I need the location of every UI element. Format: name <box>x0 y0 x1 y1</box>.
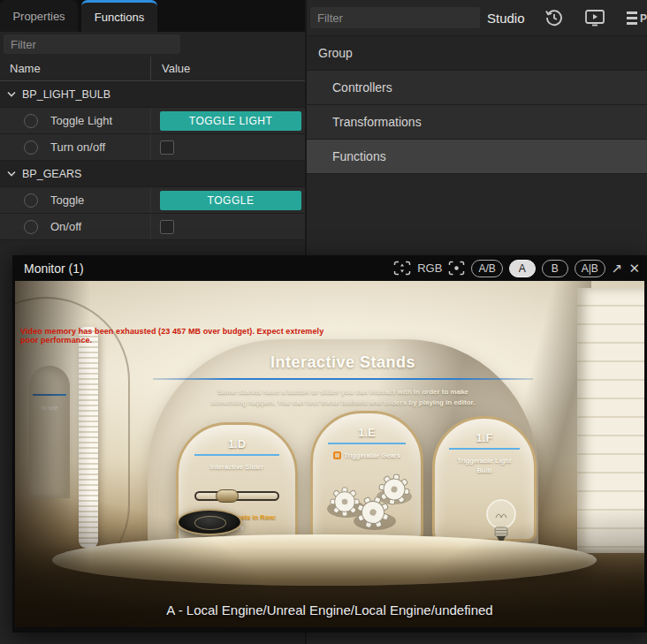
ribbed-wall-right <box>577 288 644 553</box>
function-radio-icon[interactable] <box>24 193 38 208</box>
ab-compare-button[interactable]: A/B <box>471 260 502 277</box>
tab-bar: Properties Functions <box>0 0 305 32</box>
wall-accent-line <box>153 378 533 380</box>
stand-accent-line <box>33 394 66 396</box>
turn-on-off-checkbox[interactable] <box>160 140 174 155</box>
stand-accent-line <box>328 443 406 444</box>
function-name: On/off <box>50 220 149 233</box>
stand-accent-line <box>449 448 521 450</box>
monitor-titlebar[interactable]: Monitor (1) RGB <box>12 255 647 281</box>
toggle-button[interactable]: TOGGLE <box>160 191 301 210</box>
gears-graphic <box>320 466 417 535</box>
filter-row <box>0 32 305 57</box>
tab-functions[interactable]: Functions <box>81 0 157 32</box>
stand-label: Triggerable Light Bulb <box>435 456 534 476</box>
value-cell <box>150 134 305 160</box>
column-header-value: Value <box>150 62 190 75</box>
hierarchy-list: Group Controllers Transformations Functi… <box>307 35 647 174</box>
wall-title: Interactive Stands <box>148 353 538 372</box>
popout-icon[interactable]: ↗ <box>612 261 623 275</box>
rgb-channel-label[interactable]: RGB <box>417 261 442 275</box>
ribbed-column <box>79 327 98 548</box>
list-item-functions[interactable]: Functions <box>307 140 647 174</box>
hierarchy-topbar: Studio <box>307 0 647 35</box>
toggle-light-button[interactable]: TOGGLE LIGHT <box>160 111 301 131</box>
slider-knob[interactable] <box>216 489 239 503</box>
function-radio-icon[interactable] <box>24 140 38 155</box>
engine-status-text: A - Local Engine/Unreal Engine/Local Eng… <box>15 602 644 617</box>
stand-1e: 1.E Triggerable Gears <box>310 411 423 542</box>
on-off-checkbox[interactable] <box>160 220 174 234</box>
app-root: Properties Functions Name Value BP_LIGHT… <box>0 0 647 644</box>
functions-filter-input[interactable] <box>4 34 180 54</box>
table-row: Toggle TOGGLE <box>0 187 305 214</box>
monitor-title: Monitor (1) <box>24 261 84 276</box>
tab-properties[interactable]: Properties <box>0 0 78 32</box>
function-name: Turn on/off <box>50 140 149 154</box>
table-row: Turn on/off <box>0 134 305 161</box>
video-memory-warning: Video memory has been exhausted (23 457 … <box>20 327 330 345</box>
value-cell: TOGGLE LIGHT <box>150 108 305 133</box>
split-aib-button[interactable]: A|B <box>575 260 605 277</box>
wall-subtitle: Some stands have a button or slider you … <box>209 387 476 408</box>
monitor-window: Monitor (1) RGB <box>12 255 647 633</box>
table-header: Name Value <box>0 57 305 81</box>
stand-label: Interactive Slider <box>179 462 295 472</box>
list-item-group[interactable]: Group <box>307 36 647 71</box>
focus-center-icon[interactable] <box>448 261 465 276</box>
close-icon[interactable]: ✕ <box>628 261 640 275</box>
channel-a-button[interactable]: A <box>509 260 536 277</box>
history-icon[interactable] <box>544 8 564 27</box>
function-radio-icon[interactable] <box>24 114 38 128</box>
stand-partial-text: to see <box>29 405 70 411</box>
stand-label: Triggerable Gears <box>313 451 421 460</box>
chevron-down-icon[interactable] <box>7 91 16 97</box>
stand-partial-left: to see <box>29 366 70 498</box>
stand-id: 1.D <box>179 437 295 451</box>
playlist-p-icon[interactable]: P <box>626 10 647 26</box>
fit-to-screen-icon[interactable] <box>393 261 411 276</box>
function-name: Toggle Light <box>50 114 149 127</box>
value-cell <box>150 214 305 239</box>
list-item-controllers[interactable]: Controllers <box>307 71 647 105</box>
channel-b-button[interactable]: B <box>542 260 568 277</box>
stand-1f: 1.F Triggerable Light Bulb <box>432 416 537 542</box>
table-row: On/off <box>0 214 305 240</box>
table-row: Toggle Light TOGGLE LIGHT <box>0 108 305 134</box>
chevron-down-icon[interactable] <box>7 170 16 177</box>
group-label: BP_LIGHT_BULB <box>22 88 110 101</box>
stand-button-disc[interactable] <box>177 509 242 535</box>
viewport-scene[interactable]: Interactive Stands Some stands have a bu… <box>15 281 644 627</box>
gear-trigger-icon <box>333 451 341 459</box>
function-name: Toggle <box>50 193 149 207</box>
hierarchy-filter-input[interactable] <box>310 7 480 28</box>
stand-id: 1.E <box>313 426 421 439</box>
interactive-slider[interactable] <box>194 491 279 501</box>
function-radio-icon[interactable] <box>24 220 38 234</box>
studio-label: Studio <box>487 11 525 26</box>
column-header-name: Name <box>0 62 150 75</box>
group-label: BP_GEARS <box>22 168 81 180</box>
svg-text:P: P <box>640 12 647 25</box>
stand-accent-line <box>194 454 278 456</box>
group-row-bp-gears[interactable]: BP_GEARS <box>0 161 305 187</box>
value-cell: TOGGLE <box>150 187 305 213</box>
monitor-toolbar: RGB A/B A B A|B ↗ ✕ <box>393 255 640 281</box>
group-row-bp-light-bulb[interactable]: BP_LIGHT_BULB <box>0 81 305 108</box>
column-divider <box>150 57 151 80</box>
stand-id: 1.F <box>435 431 534 444</box>
program-monitor-icon[interactable] <box>584 9 605 27</box>
list-item-transformations[interactable]: Transformations <box>307 105 647 140</box>
